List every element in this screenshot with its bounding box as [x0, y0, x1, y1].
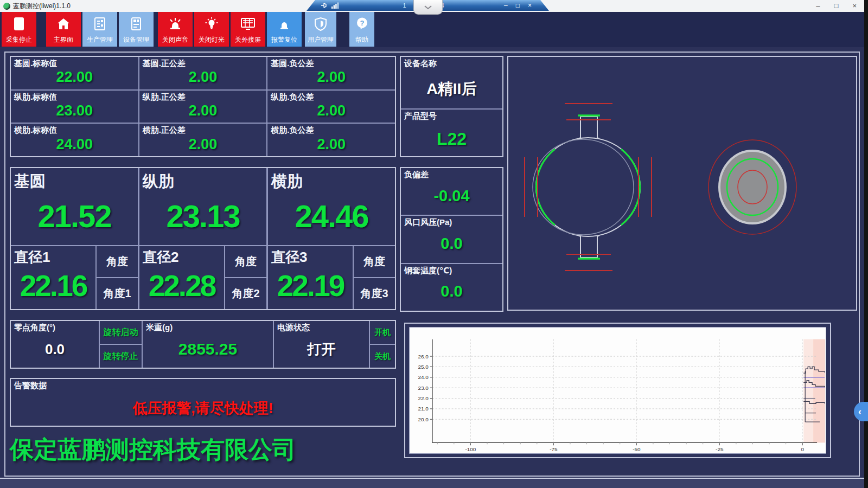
toolbar-button-8[interactable]: 报警复位	[267, 12, 302, 47]
angle-cell: 角度	[225, 246, 266, 277]
param-cell: 基圆.正公差2.00	[139, 57, 267, 89]
meter-weight-value: 2855.25	[143, 331, 273, 368]
angle-label: 角度	[235, 254, 257, 269]
power-buttons: 开机 关机	[370, 321, 395, 368]
power-status-cell: 电源状态 打开	[274, 321, 369, 368]
help-icon: ?	[355, 12, 369, 35]
measure-column-2: 纵肋23.13直径222.28角度角度2	[139, 168, 266, 309]
toolbar-button-2[interactable]: 主界面	[46, 12, 81, 47]
toolbar-button-label: 采集停止	[6, 35, 32, 44]
metric-value: -0.04	[401, 177, 502, 215]
window-title: 蓝鹏测控(liwei)1.1.0	[13, 2, 71, 11]
toolbar-button-6[interactable]: 关闭灯光	[194, 12, 229, 47]
session-restore-button[interactable]: □	[516, 2, 520, 9]
toolbar-button-1[interactable]: 采集停止	[2, 12, 36, 47]
device-icon	[129, 12, 143, 35]
diameter-value: 22.19	[268, 262, 353, 309]
measured-values-grid: 基圆21.52直径122.16角度角度1纵肋23.13直径222.28角度角度2…	[10, 167, 396, 310]
toolbar-button-label: 生产管理	[87, 35, 113, 44]
angle-index-cell: 角度3	[354, 278, 395, 309]
param-value: 24.00	[11, 132, 138, 156]
cross-section-diagram-panel	[507, 56, 857, 311]
toolbar-button-label: 设备管理	[123, 35, 149, 44]
toolbar-button-label: 关闭灯光	[199, 35, 225, 44]
rebar-profile-figure	[525, 104, 652, 271]
svg-text:23.0: 23.0	[418, 385, 429, 391]
product-model-cell: 产品型号 L22	[401, 110, 502, 156]
close-button[interactable]: ×	[852, 0, 857, 12]
metric-value: 0.0	[401, 273, 502, 311]
trend-chart-panel: 20.021.022.023.024.025.026.0-100-75-50-2…	[404, 323, 831, 458]
svg-text:25.0: 25.0	[418, 364, 429, 370]
angle-cell: 角度	[354, 246, 395, 277]
angle-cells: 角度角度2	[225, 246, 266, 309]
param-cell: 基圆.负公差2.00	[267, 57, 395, 89]
power-on-button[interactable]: 开机	[370, 321, 395, 344]
app-icon	[3, 3, 10, 10]
alarm-panel: 告警数据 低压报警,请尽快处理!	[10, 378, 396, 427]
toolbar-button-7[interactable]: 关外接屏	[231, 12, 265, 47]
minimize-button[interactable]: –	[816, 0, 820, 12]
measure-cell: 基圆21.52	[11, 168, 138, 245]
session-close-button[interactable]: ×	[528, 2, 532, 9]
product-model-label: 产品型号	[401, 110, 502, 121]
param-value: 2.00	[267, 99, 395, 123]
session-bar-tab[interactable]	[413, 0, 443, 15]
measure-cell: 纵肋23.13	[139, 168, 266, 245]
toolbar-button-label: 帮助	[355, 35, 368, 44]
param-value: 2.00	[267, 132, 395, 156]
param-value: 2.00	[139, 132, 267, 156]
toolbar-button-9[interactable]: 用户管理	[305, 12, 336, 47]
main-toolbar: 采集停止主界面生产管理设备管理关闭声音关闭灯光关外接屏报警复位用户管理?帮助	[0, 12, 864, 47]
param-value: 2.00	[139, 66, 267, 89]
param-cell: 横肋.标称值24.00	[11, 124, 138, 156]
home-icon	[56, 12, 71, 35]
angle-index-label: 角度2	[232, 286, 259, 301]
svg-text:21.0: 21.0	[418, 406, 429, 412]
metric-cell: 负偏差-0.04	[401, 168, 502, 215]
param-cell: 横肋.正公差2.00	[139, 124, 267, 156]
measure-column-3: 横肋24.46直径322.19角度角度3	[268, 168, 395, 309]
chevron-left-icon: ‹	[858, 406, 861, 418]
diameter-cell: 直径122.16	[11, 246, 95, 309]
power-status-value: 打开	[274, 331, 369, 368]
param-value: 22.00	[11, 66, 138, 89]
measure-value: 23.13	[139, 187, 266, 245]
alarm-label: 告警数据	[11, 379, 395, 391]
measure-value: 24.46	[268, 187, 395, 245]
device-name-cell: 设备名称 A精II后	[401, 57, 502, 108]
angle-index-cell: 角度1	[97, 278, 138, 309]
toolbar-button-10[interactable]: ?帮助	[349, 12, 374, 47]
restore-button[interactable]: □	[834, 0, 839, 12]
rotate-stop-button[interactable]: 旋转停止	[100, 345, 142, 368]
power-off-button[interactable]: 关机	[370, 345, 395, 368]
svg-text:-25: -25	[716, 446, 724, 452]
chevron-down-icon	[424, 5, 432, 10]
param-cell: 纵肋.正公差2.00	[139, 91, 267, 123]
signal-icon	[331, 2, 339, 9]
param-cell: 横肋.负公差2.00	[267, 124, 395, 156]
measure-value: 21.52	[11, 187, 138, 245]
toolbar-button-4[interactable]: 设备管理	[119, 12, 154, 47]
diameter-cell: 直径322.19	[268, 246, 353, 309]
toolbar-button-5[interactable]: 关闭声音	[158, 12, 193, 47]
company-name: 保定蓝鹏测控科技有限公司	[10, 434, 296, 466]
app-window: 蓝鹏测控(liwei)1.1.0 – □ × 1 4 – □ × 采集停止主界面…	[0, 0, 868, 488]
pin-icon[interactable]	[321, 2, 328, 9]
svg-text:-75: -75	[550, 446, 558, 452]
measure-cell: 横肋24.46	[268, 168, 395, 245]
session-minimize-button[interactable]: –	[504, 2, 508, 9]
angle-index-label: 角度3	[360, 286, 388, 301]
toolbar-button-3[interactable]: 生产管理	[82, 12, 117, 47]
rotate-start-button[interactable]: 旋转启动	[100, 321, 142, 344]
bell-icon	[277, 12, 291, 35]
svg-text:-100: -100	[465, 446, 476, 452]
metric-value: 0.0	[401, 224, 502, 262]
metric-cell: 风口风压(Pa)0.0	[401, 216, 502, 262]
angle-label: 角度	[106, 254, 128, 269]
window-controls: – □ ×	[816, 0, 857, 12]
production-icon	[93, 12, 107, 35]
param-cell: 纵肋.标称值23.00	[11, 91, 138, 123]
param-value: 2.00	[139, 99, 267, 123]
toolbar-button-label: 关外接屏	[235, 35, 261, 44]
